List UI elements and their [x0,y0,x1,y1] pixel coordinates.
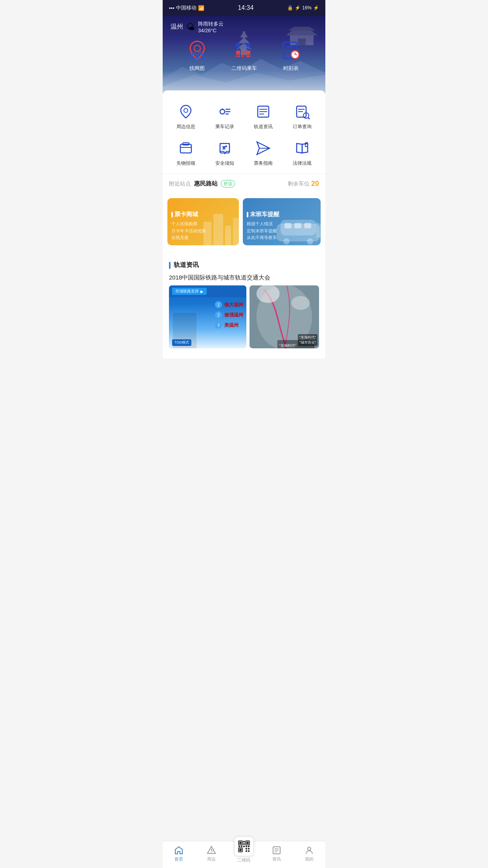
svg-rect-21 [238,55,240,57]
svg-rect-61 [225,226,231,245]
svg-line-48 [308,118,310,119]
svg-rect-14 [242,43,243,44]
svg-rect-26 [246,51,250,55]
qr-ride-icon [233,40,255,62]
svg-point-36 [222,108,223,110]
main-card: 周边信息 乘车记录 [163,90,325,359]
svg-rect-27 [246,55,250,57]
safety-notice-icon [216,140,233,157]
svg-rect-24 [242,55,243,57]
order-query-button[interactable]: 订单查询 [283,98,322,135]
news-section-header: 轨道资讯 [169,261,319,269]
svg-rect-60 [213,214,223,245]
weather-temperature: 34/26°C [198,28,224,33]
qr-ride-label: 二维码乘车 [231,65,257,72]
news-article-title: 2018中国国际铁路与城市轨道交通大会 [169,274,319,281]
svg-rect-58 [305,143,307,144]
line-map-button[interactable]: 线网图 [186,40,208,72]
svg-rect-16 [246,43,250,47]
status-battery: 🔒 ⚡ 16% ⚡ [287,5,319,11]
lost-found-icon [177,140,194,157]
section-accent-bar [169,262,171,269]
news-image-right[interactable]: "东海时代" "东海时代""城市营业" [250,285,319,348]
svg-rect-13 [238,48,240,49]
aerial-text: "东海时代""城市营业" [298,334,317,346]
line-map-icon [186,40,208,62]
svg-marker-1 [240,31,248,37]
safety-notice-label: 安全须知 [215,160,234,167]
svg-point-69 [307,238,313,245]
svg-text:"东海时代": "东海时代" [279,343,296,348]
quick-icon-grid: 周边信息 乘车记录 [163,98,325,171]
lost-found-button[interactable]: 失物招领 [167,135,205,171]
news-section-title: 轨道资讯 [174,261,199,269]
svg-marker-6 [286,31,317,35]
news-image-left[interactable]: 市域铁路支持 ▶ 1 做大温州 2 做强温州 [169,285,246,348]
svg-rect-65 [284,223,292,228]
nearby-info-icon [177,103,194,120]
nearby-info-button[interactable]: 周边信息 [167,98,205,135]
svg-point-73 [291,296,310,310]
weather-icon: 🌤 [186,22,195,32]
nearby-info-label: 周边信息 [176,123,195,130]
svg-rect-22 [242,51,243,52]
hero-section: 温州 🌤 阵雨转多云 34/26°C [163,16,325,94]
svg-marker-7 [288,27,316,31]
ticket-guide-icon [255,140,272,157]
svg-rect-23 [242,53,243,55]
status-carrier: ▪▪▪ 中国移动 📶 [169,4,204,11]
nearby-station-row: 附近站点 惠民路站 舒适 剩余车位 20 [163,174,325,193]
track-news-button[interactable]: 轨道资讯 [244,98,283,135]
ride-record-label: 乘车记录 [215,123,234,130]
svg-rect-12 [236,48,238,49]
svg-rect-19 [236,51,240,55]
svg-rect-62 [233,218,239,245]
laws-button[interactable]: 法律法规 [283,135,322,171]
svg-rect-11 [236,43,240,47]
svg-point-68 [283,238,290,245]
laws-icon [294,140,311,157]
news-image-row: 市域铁路支持 ▶ 1 做大温州 2 做强温州 [169,285,319,348]
timetable-button[interactable]: 时刻表 [280,40,302,72]
ticket-mall-banner[interactable]: 票卡商城 个人在线购票 月卡年卡活动优惠 在线充值 [167,198,239,245]
timetable-icon [280,40,302,62]
svg-rect-18 [249,48,250,49]
banner-cards-row: 票卡商城 个人在线购票 月卡年卡活动优惠 在线充值 [163,198,325,251]
remaining-count: 20 [311,180,319,188]
weather-description: 阵雨转多云 [198,20,224,28]
comfort-badge: 舒适 [221,180,235,188]
order-query-label: 订单查询 [293,123,312,130]
remaining-label: 剩余车位 [288,180,310,188]
svg-rect-49 [180,144,191,153]
ride-record-button[interactable]: 乘车记录 [205,98,244,135]
svg-rect-67 [304,223,311,228]
track-news-icon [255,103,272,120]
qr-ride-button[interactable]: 二维码乘车 [231,40,257,72]
news-section: 轨道资讯 2018中国国际铁路与城市轨道交通大会 市域铁路支持 ▶ [163,255,325,355]
svg-point-34 [184,108,188,112]
weather-city: 温州 [171,23,183,31]
line-map-label: 线网图 [189,65,205,72]
order-query-icon [294,103,311,120]
svg-rect-25 [244,51,246,52]
status-time: 14:34 [238,4,253,11]
ticket-guide-label: 票务指南 [254,160,273,167]
safety-notice-button[interactable]: 安全须知 [205,135,244,171]
laws-label: 法律法规 [293,160,312,167]
track-news-label: 轨道资讯 [254,123,273,130]
lost-found-label: 失物招领 [176,160,195,167]
status-bar: ▪▪▪ 中国移动 📶 14:34 🔒 ⚡ 16% ⚡ [163,0,325,16]
svg-rect-66 [294,223,301,228]
svg-rect-20 [236,55,238,57]
top-icons-row: 线网图 [171,40,317,72]
svg-point-9 [194,45,200,51]
svg-rect-17 [246,48,248,49]
last-train-banner[interactable]: 末班车提醒 根据个人情况 定制末班车提醒 从此不再等夜车 [243,198,321,245]
ride-record-icon [216,103,233,120]
timetable-label: 时刻表 [283,65,299,72]
ticket-guide-button[interactable]: 票务指南 [244,135,283,171]
svg-rect-59 [204,222,211,245]
nearby-station-name: 惠民路站 [194,180,218,188]
nearby-label: 附近站点 [169,180,191,188]
svg-rect-15 [244,43,246,44]
